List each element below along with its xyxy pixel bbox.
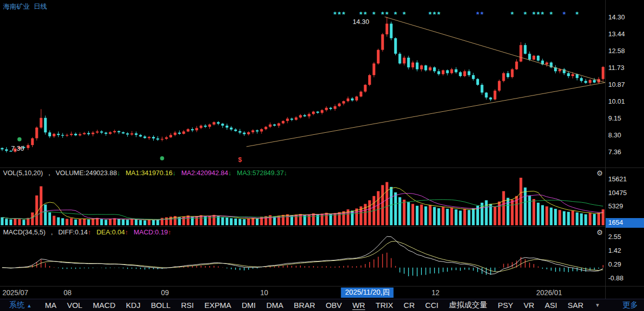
svg-text:*: * xyxy=(381,10,384,18)
down-arrow-icon: ↓ xyxy=(117,169,121,177)
price-axis-label: 9.15 xyxy=(608,114,621,122)
svg-text:*: * xyxy=(476,10,479,18)
macd-macd-value: MACD:0.19↑ xyxy=(134,228,172,236)
price-axis-label: 14.30 xyxy=(608,13,625,21)
time-axis-tick: 09 xyxy=(161,289,169,297)
svg-text:*: * xyxy=(342,10,345,18)
macd-histogram xyxy=(2,253,603,276)
signal-dot-marker xyxy=(17,137,21,141)
macd-axis-label: 0.29 xyxy=(608,260,621,268)
toolbar-item-cci[interactable]: CCI xyxy=(425,301,439,309)
price-axis-label: 13.44 xyxy=(608,30,625,38)
svg-text:*: * xyxy=(563,10,566,18)
macd-axis-label: 1.42 xyxy=(608,247,621,254)
down-arrow-icon: ↓ xyxy=(173,169,176,177)
volume-indicator-header: VOL(5,10,20) , VOLUME:249023.88↓ MA1:341… xyxy=(3,169,291,177)
separator: , xyxy=(49,169,51,177)
dollar-marker: $ xyxy=(238,156,242,163)
time-axis-tick: 10 xyxy=(260,289,269,297)
panel-divider xyxy=(0,168,644,168)
system-menu-button[interactable]: 系统 ▲ xyxy=(9,300,32,310)
toolbar-item-expma[interactable]: EXPMA xyxy=(204,301,231,309)
toolbar-item-obv[interactable]: OBV xyxy=(326,301,342,309)
dea-line xyxy=(2,241,603,272)
vol-ma3-value: MA3:572849.37↓ xyxy=(237,169,287,177)
toolbar-item-sar[interactable]: SAR xyxy=(568,301,584,309)
toolbar-item-macd[interactable]: MACD xyxy=(93,301,115,309)
toolbar-item-vr[interactable]: VR xyxy=(523,301,534,309)
volume-axis-current-badge: 1654 xyxy=(606,218,644,228)
signal-star-markers: *********************** xyxy=(333,10,579,18)
toolbar-item-wr[interactable]: WR xyxy=(352,301,365,309)
macd-axis-label: -0.88 xyxy=(608,274,624,282)
svg-text:*: * xyxy=(437,10,440,18)
peak-price-label: 14.30 xyxy=(352,18,369,26)
indicator-toolbar: 系统 ▲ MAVOLMACDKDJBOLLRSIEXPMADMIDMABRARO… xyxy=(0,299,644,311)
toolbar-item-dma[interactable]: DMA xyxy=(266,301,283,309)
time-axis-tick: 2025/07 xyxy=(3,289,29,297)
more-button[interactable]: 更多 xyxy=(623,300,638,310)
svg-text:*: * xyxy=(402,10,406,18)
toolbar-item-trix[interactable]: TRIX xyxy=(376,301,393,309)
main-candlestick-panel[interactable]: ***********************$14.307.36 xyxy=(0,0,605,168)
volume-value: VOLUME:249023.88↓ xyxy=(56,169,120,177)
macd-indicator-header: MACD(34,5,5) , DIFF:0.14↑ DEA:0.04↑ MACD… xyxy=(3,228,175,236)
time-axis: 2025/07080910122026/012025/11/20,四 xyxy=(0,286,605,299)
macd-diff-value: DIFF:0.14↑ xyxy=(58,228,91,236)
panel-divider xyxy=(0,226,644,227)
volume-axis-label: 15621 xyxy=(608,175,627,183)
period-label: 日线 xyxy=(34,3,47,10)
svg-text:*: * xyxy=(386,10,389,18)
sar-dropdown-arrow-icon[interactable]: ▼ xyxy=(595,302,600,308)
separator: , xyxy=(51,228,53,236)
up-arrow-icon: ↑ xyxy=(168,228,172,236)
low-price-label: 7.36 xyxy=(11,145,24,152)
price-axis-label: 11.73 xyxy=(608,64,625,71)
up-arrow-icon: ↑ xyxy=(88,228,91,236)
svg-text:*: * xyxy=(523,10,527,18)
triangle-up-icon: ▲ xyxy=(27,303,32,308)
svg-text:*: * xyxy=(433,10,436,18)
stock-chart-app: ***********************$14.307.36 海南矿业日线… xyxy=(0,0,644,311)
toolbar-item-dmi[interactable]: DMI xyxy=(242,301,256,309)
toolbar-item-brar[interactable]: BRAR xyxy=(294,301,315,309)
toolbar-item-虚拟成交量[interactable]: 虚拟成交量 xyxy=(449,300,487,310)
up-arrow-icon: ↑ xyxy=(125,228,129,236)
svg-text:*: * xyxy=(364,10,367,18)
macd-dea-value: DEA:0.04↑ xyxy=(97,228,128,236)
stock-name: 海南矿业 xyxy=(3,3,30,10)
toolbar-item-boll[interactable]: BOLL xyxy=(151,301,171,309)
toolbar-item-kdj[interactable]: KDJ xyxy=(126,301,140,309)
price-axis-label: 10.01 xyxy=(608,98,625,105)
svg-text:*: * xyxy=(360,10,363,18)
svg-text:*: * xyxy=(532,10,535,18)
svg-text:*: * xyxy=(541,10,544,18)
price-axis-label: 8.30 xyxy=(608,131,621,139)
svg-text:*: * xyxy=(537,10,540,18)
vol-settings-gear-icon[interactable]: ⚙ xyxy=(597,169,603,177)
toolbar-item-asi[interactable]: ASI xyxy=(545,301,557,309)
toolbar-item-vol[interactable]: VOL xyxy=(67,301,82,309)
volume-axis-label: 5329 xyxy=(608,202,623,210)
toolbar-item-psy[interactable]: PSY xyxy=(498,301,513,309)
vol-params-label: VOL(5,10,20) xyxy=(3,169,43,177)
crosshair-date-badge: 2025/11/20,四 xyxy=(341,288,394,298)
macd-settings-gear-icon[interactable]: ⚙ xyxy=(597,228,603,236)
toolbar-item-cr[interactable]: CR xyxy=(403,301,415,309)
toolbar-items: MAVOLMACDKDJBOLLRSIEXPMADMIDMABRAROBVWRT… xyxy=(45,300,600,310)
trend-line xyxy=(385,17,605,83)
signal-dot-marker xyxy=(160,156,164,160)
time-axis-tick: 2026/01 xyxy=(536,289,562,297)
right-axis: 14.3013.4412.5811.7310.8710.019.158.307.… xyxy=(605,0,644,299)
svg-text:*: * xyxy=(372,10,375,18)
price-axis-label: 7.36 xyxy=(608,148,621,156)
toolbar-item-ma[interactable]: MA xyxy=(45,301,57,309)
macd-params-label: MACD(34,5,5) xyxy=(3,228,45,236)
svg-text:*: * xyxy=(333,10,337,18)
toolbar-item-rsi[interactable]: RSI xyxy=(181,301,194,309)
macd-axis-label: 2.55 xyxy=(608,233,621,241)
diff-line xyxy=(2,236,603,274)
down-arrow-icon: ↓ xyxy=(284,169,288,177)
chart-title: 海南矿业日线 xyxy=(3,2,51,11)
svg-text:*: * xyxy=(394,10,397,18)
